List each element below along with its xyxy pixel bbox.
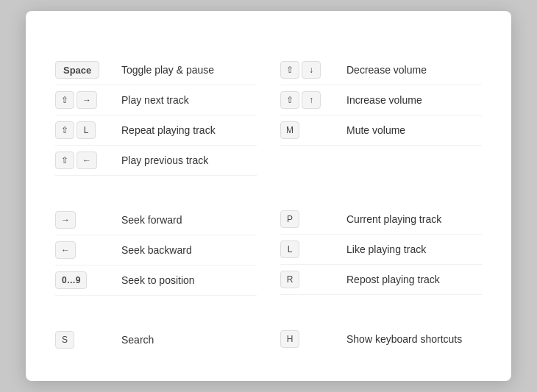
shortcut-action-label: Decrease volume xyxy=(346,64,427,76)
key-badge: Space xyxy=(55,61,99,79)
key-badge: → xyxy=(77,91,97,109)
key-badge: L xyxy=(280,240,299,258)
divider-row xyxy=(55,176,257,205)
shortcut-row: ⇧LRepeat playing track xyxy=(55,115,257,146)
shortcut-action-label: Seek backward xyxy=(121,244,192,256)
shortcut-keys: Space xyxy=(55,61,114,79)
key-badge: ⇧ xyxy=(280,61,299,79)
divider-row xyxy=(280,146,482,175)
shortcut-keys: H xyxy=(280,330,339,348)
key-badge: ↑ xyxy=(302,91,321,109)
key-badge: ← xyxy=(55,241,76,259)
key-badge: ⇧ xyxy=(280,91,299,109)
shortcut-row: SpaceToggle play & pause xyxy=(55,55,257,85)
shortcut-keys: ⇧↓ xyxy=(280,61,339,79)
shortcut-row: 0…9Seek to position xyxy=(55,266,257,296)
shortcut-row: ⇧↑Increase volume xyxy=(280,85,482,115)
key-badge: H xyxy=(280,330,299,348)
key-badge: R xyxy=(280,271,299,288)
shortcut-keys: ⇧→ xyxy=(55,91,114,109)
divider-row xyxy=(55,296,257,325)
key-badge: ⇧ xyxy=(55,91,74,109)
shortcut-action-label: Repeat playing track xyxy=(121,124,216,136)
shortcut-keys: P xyxy=(280,210,339,228)
shortcut-keys: M xyxy=(280,121,339,139)
shortcut-keys: S xyxy=(55,331,114,349)
shortcut-action-label: Seek to position xyxy=(121,274,195,286)
left-section: SpaceToggle play & pause⇧→Play next trac… xyxy=(55,55,257,354)
shortcut-keys: R xyxy=(280,271,339,288)
shortcut-row: PCurrent playing track xyxy=(280,204,482,235)
key-badge: ⇧ xyxy=(55,121,74,139)
shortcut-keys: ← xyxy=(55,241,114,259)
shortcut-action-label: Mute volume xyxy=(346,124,405,136)
shortcut-action-label: Like playing track xyxy=(346,243,426,255)
shortcut-row: →Seek forward xyxy=(55,205,257,235)
shortcut-row: ←Seek backward xyxy=(55,235,257,266)
key-badge: L xyxy=(77,121,96,139)
shortcut-row: SSearch xyxy=(55,325,257,354)
shortcut-action-label: Increase volume xyxy=(346,94,422,106)
shortcuts-grid: SpaceToggle play & pause⇧→Play next trac… xyxy=(55,55,482,354)
right-section: ⇧↓Decrease volume⇧↑Increase volumeMMute … xyxy=(280,55,482,354)
shortcut-action-label: Repost playing track xyxy=(346,274,440,285)
key-badge: ↓ xyxy=(302,61,321,79)
shortcut-row: LLike playing track xyxy=(280,235,482,265)
shortcut-row: MMute volume xyxy=(280,115,482,146)
shortcut-keys: → xyxy=(55,211,114,229)
key-badge: → xyxy=(55,211,76,229)
shortcut-action-label: Show keyboard shortcuts xyxy=(346,333,462,345)
shortcut-keys: ⇧↑ xyxy=(280,91,339,109)
shortcut-keys: L xyxy=(280,240,339,258)
shortcut-action-label: Play next track xyxy=(121,94,189,106)
keyboard-shortcuts-modal: SpaceToggle play & pause⇧→Play next trac… xyxy=(26,11,511,381)
shortcut-action-label: Play previous track xyxy=(121,154,208,166)
shortcut-row: RRepost playing track xyxy=(280,265,482,295)
shortcut-action-label: Search xyxy=(121,334,154,346)
shortcut-keys: 0…9 xyxy=(55,271,114,289)
key-badge: P xyxy=(280,210,299,228)
shortcut-action-label: Seek forward xyxy=(121,214,182,226)
key-badge: ← xyxy=(77,152,97,169)
key-badge: S xyxy=(55,331,74,349)
shortcut-keys: ⇧L xyxy=(55,121,114,139)
key-badge: ⇧ xyxy=(55,152,74,169)
key-badge: M xyxy=(280,121,299,139)
shortcut-row: ⇧↓Decrease volume xyxy=(280,55,482,85)
shortcut-action-label: Toggle play & pause xyxy=(121,64,214,76)
shortcut-row: HShow keyboard shortcuts xyxy=(280,324,482,354)
shortcut-keys: ⇧← xyxy=(55,152,114,169)
shortcut-action-label: Current playing track xyxy=(346,213,441,225)
divider-row xyxy=(280,175,482,204)
shortcut-row: ⇧←Play previous track xyxy=(55,146,257,176)
divider-row xyxy=(280,295,482,324)
shortcut-row: ⇧→Play next track xyxy=(55,85,257,115)
key-badge: 0…9 xyxy=(55,271,87,289)
